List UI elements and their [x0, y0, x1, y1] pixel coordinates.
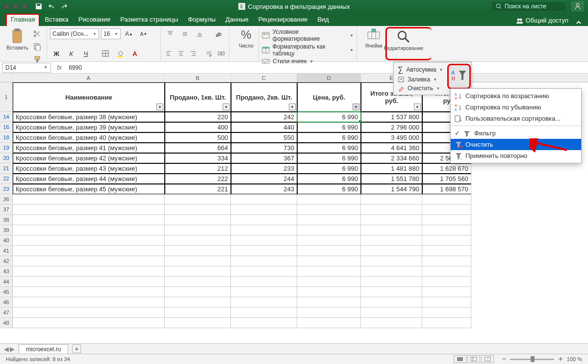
underline-button[interactable]: Ч [79, 48, 92, 59]
header-cell[interactable]: Продано, 2кв. Шт.▼ [231, 82, 297, 112]
cell[interactable]: 730 [231, 143, 297, 153]
row-header[interactable]: 18 [0, 132, 13, 143]
header-cell[interactable]: Продано, 1кв. Шт.▼ [165, 82, 231, 112]
cells-button[interactable]: Ячейки [360, 28, 387, 49]
row-header[interactable]: 43 [0, 266, 13, 277]
cell[interactable] [422, 266, 471, 277]
cell[interactable] [297, 287, 361, 297]
cell[interactable]: 1 628 670 [422, 163, 471, 174]
cell[interactable] [231, 318, 297, 328]
header-cell[interactable]: Наименование▼ [13, 82, 165, 112]
cell[interactable]: Кроссовки беговые, размер 41 (мужские) [13, 143, 165, 153]
row-header[interactable]: 44 [0, 277, 13, 287]
cell[interactable] [13, 266, 165, 277]
undo-icon[interactable] [48, 2, 55, 10]
cell[interactable]: 1 537 800 [361, 112, 422, 122]
cell[interactable] [361, 308, 422, 318]
borders-icon[interactable] [99, 48, 112, 59]
align-middle-icon[interactable] [179, 28, 191, 40]
view-pagebreak-icon[interactable] [481, 355, 494, 363]
cell[interactable]: 2 796 000 [361, 122, 422, 132]
cell[interactable]: Кроссовки беговые, размер 45 (мужские) [13, 184, 165, 194]
user-button[interactable] [571, 1, 584, 12]
cell[interactable] [13, 246, 165, 256]
align-top-icon[interactable] [164, 28, 177, 40]
filter-item[interactable]: ✓ Фильтр [451, 128, 581, 139]
cell[interactable]: 6 990 [297, 153, 361, 163]
cell[interactable]: 334 [165, 153, 231, 163]
cell[interactable] [13, 318, 165, 328]
custom-sort-item[interactable]: Пользовательская сортировка... [451, 113, 581, 124]
sort-asc-item[interactable]: АЯ Сортировка по возрастанию [451, 90, 581, 102]
cell[interactable]: 440 [231, 122, 297, 132]
cell[interactable]: 2 334 660 [361, 153, 422, 163]
cell[interactable] [422, 318, 471, 328]
zoom-in-button[interactable]: + [558, 355, 562, 364]
cell[interactable] [165, 308, 231, 318]
cell[interactable]: 500 [165, 132, 231, 143]
cell[interactable]: 242 [231, 112, 297, 122]
cell[interactable] [231, 277, 297, 287]
cell[interactable]: 212 [165, 163, 231, 174]
cell[interactable]: 6 990 [297, 184, 361, 194]
cell[interactable]: Кроссовки беговые, размер 39 (мужские) [13, 122, 165, 132]
sheet-next-icon[interactable]: ▶ [10, 345, 15, 353]
fill-color-icon[interactable] [114, 48, 127, 59]
cell[interactable] [13, 225, 165, 235]
cell[interactable]: 6 990 [297, 143, 361, 153]
cell[interactable]: 400 [165, 122, 231, 132]
align-bottom-icon[interactable] [193, 28, 206, 40]
cell[interactable] [422, 308, 471, 318]
font-color-icon[interactable]: A [128, 48, 141, 59]
cell[interactable] [422, 277, 471, 287]
row-header[interactable]: 37 [0, 205, 13, 215]
row-header[interactable]: 22 [0, 174, 13, 184]
cell[interactable] [231, 225, 297, 235]
row-header[interactable]: 39 [0, 225, 13, 235]
tab-insert[interactable]: Вставка [40, 14, 73, 26]
cell[interactable] [361, 246, 422, 256]
cell[interactable] [422, 235, 471, 246]
row-header[interactable]: 48 [0, 318, 13, 328]
cell[interactable] [422, 205, 471, 215]
cell[interactable]: Кроссовки беговые, размер 44 (мужские) [13, 174, 165, 184]
row-header[interactable]: 38 [0, 215, 13, 225]
filter-dropdown-icon[interactable]: ▼ [414, 104, 421, 110]
copy-icon[interactable] [31, 41, 44, 52]
cell[interactable] [165, 246, 231, 256]
cell[interactable] [361, 277, 422, 287]
cell[interactable] [13, 205, 165, 215]
cell[interactable]: 243 [231, 184, 297, 194]
zoom-out-button[interactable]: − [502, 355, 506, 364]
cell[interactable] [13, 215, 165, 225]
cell[interactable] [165, 266, 231, 277]
cell[interactable] [297, 235, 361, 246]
tab-formulas[interactable]: Формулы [183, 14, 221, 26]
cell[interactable] [361, 287, 422, 297]
orientation-icon[interactable]: ab [212, 28, 225, 40]
paste-button[interactable]: Вставить [6, 28, 29, 51]
cell[interactable] [13, 194, 165, 205]
formula-input[interactable]: 6990 [66, 64, 588, 71]
cell[interactable] [297, 205, 361, 215]
cell[interactable] [361, 318, 422, 328]
cell[interactable]: 664 [165, 143, 231, 153]
bold-button[interactable]: Ж [50, 48, 63, 59]
cell[interactable] [231, 215, 297, 225]
view-normal-icon[interactable] [454, 355, 466, 363]
font-size-select[interactable]: 16▼ [101, 28, 121, 39]
decrease-font-icon[interactable]: A▼ [137, 28, 150, 40]
row-header[interactable]: 20 [0, 153, 13, 163]
cell[interactable] [297, 225, 361, 235]
sort-filter-button[interactable]: А Я [447, 64, 471, 89]
cell[interactable] [165, 205, 231, 215]
cell[interactable] [13, 256, 165, 266]
row-header[interactable]: 19 [0, 143, 13, 153]
cell[interactable] [297, 277, 361, 287]
cell[interactable] [297, 297, 361, 308]
row-header-1[interactable]: 1 [0, 82, 13, 112]
tab-view[interactable]: Вид [312, 14, 334, 26]
cell[interactable] [361, 235, 422, 246]
cell[interactable] [297, 266, 361, 277]
tab-draw[interactable]: Рисование [74, 14, 115, 26]
